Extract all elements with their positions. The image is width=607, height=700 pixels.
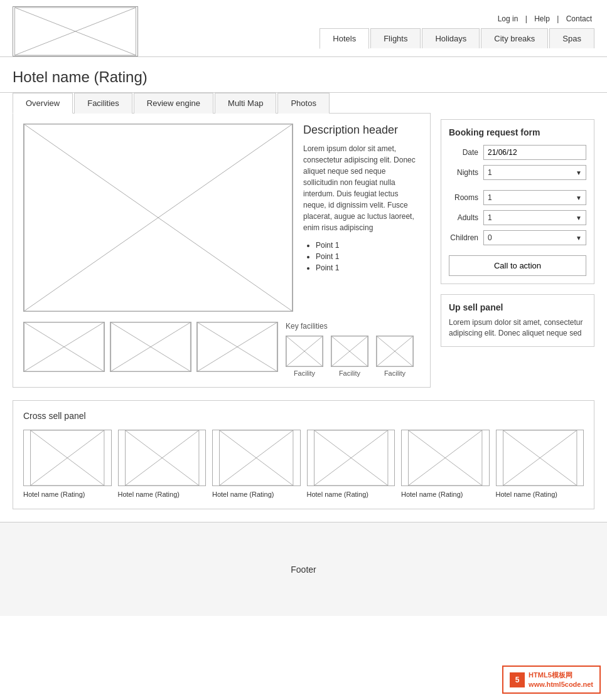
thumbnails-row: Key facilities xyxy=(23,322,420,377)
form-row-adults: Adults 1 ▼ xyxy=(449,210,586,225)
nav-tab-holidays[interactable]: Holidays xyxy=(422,28,480,48)
facility-items: Facility xyxy=(286,336,420,377)
tab-facilities[interactable]: Facilities xyxy=(74,93,132,114)
children-select[interactable]: 0 ▼ xyxy=(483,230,586,245)
login-link[interactable]: Log in xyxy=(498,14,518,23)
form-row-nights: Nights 1 ▼ xyxy=(449,165,586,180)
cross-sell-image-3 xyxy=(212,430,301,486)
form-label-adults: Adults xyxy=(449,213,483,222)
facility-image-3 xyxy=(376,336,414,367)
nights-arrow-icon: ▼ xyxy=(576,169,582,176)
adults-value: 1 xyxy=(488,213,492,222)
contact-link[interactable]: Contact xyxy=(566,14,592,23)
thumbnail-3 xyxy=(196,322,278,372)
description-text: Lorem ipsum dolor sit amet, consectetur … xyxy=(303,143,420,233)
form-label-children: Children xyxy=(449,233,483,242)
cross-sell-item-4: Hotel name (Rating) xyxy=(307,430,395,499)
content-tabs: Overview Facilities Review engine Multi … xyxy=(13,93,431,114)
bullet-2: Point 1 xyxy=(316,252,420,261)
facility-image-2 xyxy=(331,336,368,367)
description-section: Description header Lorem ipsum dolor sit… xyxy=(303,124,420,312)
key-facilities-label: Key facilities xyxy=(286,322,420,331)
cross-sell-name-4: Hotel name (Rating) xyxy=(307,490,395,499)
cross-sell-image-4 xyxy=(307,430,395,486)
tab-photos[interactable]: Photos xyxy=(277,93,329,114)
page-title: Hotel name (Rating) xyxy=(0,57,607,93)
nights-value: 1 xyxy=(488,168,492,177)
tab-review-engine[interactable]: Review engine xyxy=(134,93,213,114)
main-content: Overview Facilities Review engine Multi … xyxy=(0,93,607,400)
cross-sell-image-1 xyxy=(23,430,112,486)
header-right: Log in | Help | Contact Hotels Flights H… xyxy=(318,14,594,48)
nav-tab-flights[interactable]: Flights xyxy=(370,28,421,48)
main-image xyxy=(23,124,293,312)
cross-sell-item-3: Hotel name (Rating) xyxy=(212,430,301,499)
bullet-1: Point 1 xyxy=(316,241,420,250)
bullet-3: Point 1 xyxy=(316,263,420,272)
tab-multi-map[interactable]: Multi Map xyxy=(215,93,276,114)
thumbnail-1 xyxy=(23,322,105,372)
form-label-rooms: Rooms xyxy=(449,193,483,202)
upsell-panel: Up sell panel Lorem ipsum dolor sit amet… xyxy=(441,294,594,347)
nav-tabs: Hotels Flights Holidays City breaks Spas xyxy=(318,28,594,48)
cta-button[interactable]: Call to action xyxy=(449,255,586,276)
rooms-value: 1 xyxy=(488,193,492,202)
cross-sell-image-6 xyxy=(496,430,584,486)
cross-sell-image-5 xyxy=(401,430,490,486)
tab-panel: Description header Lorem ipsum dolor sit… xyxy=(13,114,431,388)
header-links: Log in | Help | Contact xyxy=(495,14,594,23)
form-label-nights: Nights xyxy=(449,168,483,177)
form-row-rooms: Rooms 1 ▼ xyxy=(449,190,586,205)
cross-sell-item-1: Hotel name (Rating) xyxy=(23,430,112,499)
help-link[interactable]: Help xyxy=(534,14,550,23)
cross-sell-image-2 xyxy=(118,430,207,486)
booking-form: Booking request form Date Nights 1 ▼ Roo… xyxy=(441,119,594,284)
sep1: | xyxy=(525,14,527,23)
bullet-list: Point 1 Point 1 Point 1 xyxy=(303,241,420,272)
overview-top: Description header Lorem ipsum dolor sit… xyxy=(23,124,420,312)
form-row-date: Date xyxy=(449,145,586,160)
facility-image-1 xyxy=(286,336,323,367)
cross-sell-name-6: Hotel name (Rating) xyxy=(496,490,584,499)
nav-tab-hotels[interactable]: Hotels xyxy=(320,28,369,49)
cross-sell-item-2: Hotel name (Rating) xyxy=(118,430,207,499)
left-content: Overview Facilities Review engine Multi … xyxy=(13,93,431,388)
facility-label-1: Facility xyxy=(294,369,315,377)
children-arrow-icon: ▼ xyxy=(576,235,582,241)
cross-sell-item-5: Hotel name (Rating) xyxy=(401,430,490,499)
cross-sell-panel: Cross sell panel Hotel name (Rating) xyxy=(13,400,594,509)
form-label-date: Date xyxy=(449,148,483,157)
adults-arrow-icon: ▼ xyxy=(576,215,582,221)
rooms-select[interactable]: 1 ▼ xyxy=(483,190,586,205)
footer: Footer xyxy=(0,522,607,616)
facility-label-2: Facility xyxy=(339,369,360,377)
cross-sell-name-3: Hotel name (Rating) xyxy=(212,490,301,499)
rooms-arrow-icon: ▼ xyxy=(576,194,582,201)
facility-item-2: Facility xyxy=(331,336,368,377)
nav-tab-spas[interactable]: Spas xyxy=(549,28,594,48)
date-input[interactable] xyxy=(483,145,586,160)
adults-select[interactable]: 1 ▼ xyxy=(483,210,586,225)
description-header: Description header xyxy=(303,124,420,137)
nav-tab-citybreaks[interactable]: City breaks xyxy=(481,28,548,48)
footer-text: Footer xyxy=(291,565,316,575)
cross-sell-name-2: Hotel name (Rating) xyxy=(118,490,207,499)
header: Log in | Help | Contact Hotels Flights H… xyxy=(0,0,607,57)
children-value: 0 xyxy=(488,233,492,242)
cross-sell-name-5: Hotel name (Rating) xyxy=(401,490,490,499)
thumbnail-2 xyxy=(110,322,191,372)
facility-label-3: Facility xyxy=(384,369,406,377)
upsell-text: Lorem ipsum dolor sit amet, consectetur … xyxy=(449,317,586,339)
key-facilities-section: Key facilities xyxy=(286,322,420,377)
sep2: | xyxy=(557,14,559,23)
cross-sell-items: Hotel name (Rating) Hotel name (Rating) xyxy=(23,430,584,499)
logo xyxy=(13,6,138,56)
thumb-images xyxy=(23,322,278,372)
facility-item-1: Facility xyxy=(286,336,323,377)
booking-form-title: Booking request form xyxy=(449,127,586,137)
nights-select[interactable]: 1 ▼ xyxy=(483,165,586,180)
cross-sell-title: Cross sell panel xyxy=(23,411,584,421)
form-row-children: Children 0 ▼ xyxy=(449,230,586,245)
tab-overview[interactable]: Overview xyxy=(13,93,73,114)
upsell-title: Up sell panel xyxy=(449,302,586,312)
